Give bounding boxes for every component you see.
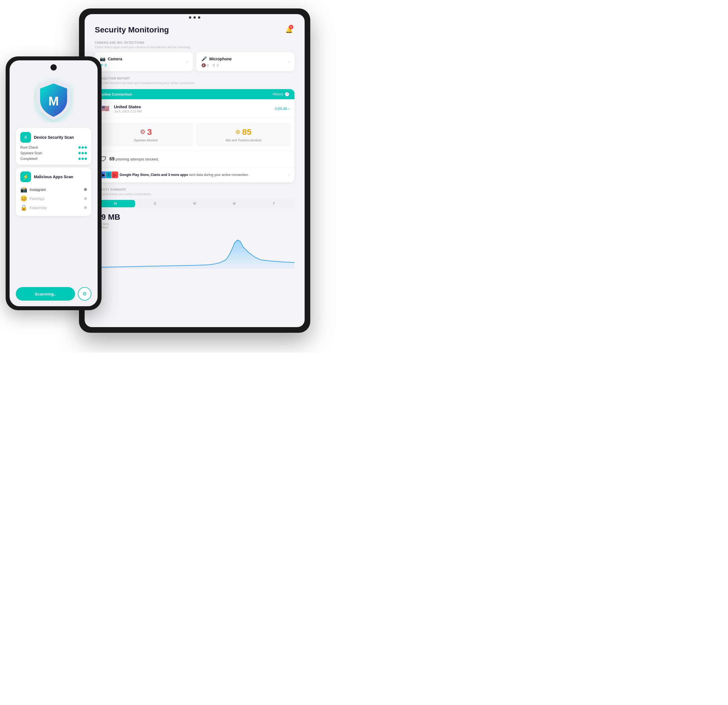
scanning-button[interactable]: Scanning.. xyxy=(16,287,75,300)
shield-container: M xyxy=(31,77,76,122)
svg-text:M: M xyxy=(49,94,59,108)
apps-chevron-icon: › xyxy=(288,173,289,177)
phone-content: M # Device Security Scan Root Check xyxy=(10,60,98,306)
scan-card-rows: Root Check Spyware Scan xyxy=(20,146,87,161)
security-scan-icon: # xyxy=(20,132,31,143)
spyware-count: 3 xyxy=(147,127,152,137)
page-title: Security Monitoring xyxy=(95,25,169,35)
tab-m[interactable]: M xyxy=(214,200,254,207)
malicious-title: Malicious Apps Scan xyxy=(34,175,73,179)
apps-row[interactable]: ▶ C ▷ Google Play Store, Clario and 3 mo… xyxy=(95,167,295,182)
ads-stat-card: ⊕ 85 Ads and Trackers blocked xyxy=(196,123,291,146)
spyware-icon: ⚙ xyxy=(140,128,146,136)
data-sent-label: Data Sent Last Hour xyxy=(95,222,295,229)
ads-label: Ads and Trackers blocked xyxy=(226,139,261,142)
faceapp-left: 😊 FaceApp xyxy=(20,195,44,202)
malicious-apps-scan-card: ⚡ Malicious Apps Scan 📸 Instagram 😊 Face… xyxy=(16,168,91,216)
conn-date: Jul 6, 2023 2:22 PM xyxy=(114,110,142,113)
apps-text: Google Play Store, Clario and 3 more app… xyxy=(120,172,249,178)
scan-row-completed: Completed! xyxy=(20,157,87,161)
camera-mic-row: 📷 Camera 👁 5 › 🎤 xyxy=(95,52,295,71)
faceapp-name: FaceApp xyxy=(30,196,44,201)
spyware-dot-3 xyxy=(85,152,87,154)
ads-number-row: ⊕ 85 xyxy=(235,127,251,137)
root-check-label: Root Check xyxy=(20,146,38,149)
malicious-scan-icon: ⚡ xyxy=(20,172,31,182)
settings-gear-icon: ⚙ xyxy=(82,291,87,297)
camera-name: 📷 Camera xyxy=(100,56,122,62)
instagram-left: 📸 Instagram xyxy=(20,186,46,193)
conn-loc-info: United States Jul 6, 2023 2:22 PM xyxy=(114,104,142,113)
root-dot-3 xyxy=(85,146,87,149)
camera-mic-section-sublabel: Check which apps used your camera or mic… xyxy=(95,45,295,49)
scan-row-root: Root Check xyxy=(20,146,87,149)
apps-left: ▶ C ▷ Google Play Store, Clario and 3 mo… xyxy=(100,171,249,179)
tab-d[interactable]: D xyxy=(135,200,175,207)
spyware-scan-label: Spyware Scan xyxy=(20,151,42,155)
camera-chevron-icon: › xyxy=(186,59,188,64)
mic-chevron-icon: › xyxy=(288,59,289,64)
history-icon: 🕐 xyxy=(285,92,289,97)
tab-y[interactable]: Y xyxy=(254,200,294,207)
mic-muted-icon: 🔇 xyxy=(201,63,206,67)
settings-button[interactable]: ⚙ xyxy=(78,287,91,300)
mic-active-icon: 🎙 xyxy=(212,63,216,67)
security-scan-title: Device Security Scan xyxy=(34,135,74,140)
activity-tabs: H D W M Y xyxy=(95,199,295,208)
malicious-header: ⚡ Malicious Apps Scan xyxy=(20,172,87,182)
completed-dots xyxy=(78,157,87,160)
instagram-app-row: 📸 Instagram xyxy=(20,185,87,194)
phone-device: M # Device Security Scan Root Check xyxy=(6,56,101,310)
instagram-icon: 📸 xyxy=(20,186,27,193)
faceapp-dot xyxy=(84,197,87,200)
tablet-header: Security Monitoring 🔔 2 xyxy=(95,24,295,36)
tab-w[interactable]: W xyxy=(175,200,214,207)
chart-area xyxy=(95,233,295,270)
conn-loc-left: 🇺🇸 United States Jul 6, 2023 2:22 PM xyxy=(100,103,142,114)
connection-section-sublabel: Check the domains blocked and contacted … xyxy=(95,81,295,85)
mic-active-count: 🎙 0 xyxy=(212,63,219,67)
camera-left: 📷 Camera 👁 5 xyxy=(100,56,122,67)
ads-count: 85 xyxy=(242,127,251,137)
phishing-row: 🛡 69 phishing attempts blocked. xyxy=(95,151,295,167)
completed-label: Completed! xyxy=(20,157,38,161)
youtube-icon: ▷ xyxy=(111,171,118,179)
ads-icon: ⊕ xyxy=(235,128,240,136)
data-sent-value: 1.9 MB xyxy=(95,212,295,222)
tablet-screen: Security Monitoring 🔔 2 CAMERA AND MIC D… xyxy=(85,14,305,327)
microphone-card[interactable]: 🎤 Microphone 🔇 8 🎙 0 xyxy=(196,52,295,71)
spyware-stat-card: ⚙ 3 Spyware blocked xyxy=(98,123,194,146)
shield-logo: M xyxy=(31,77,76,122)
phone-bottom-row: Scanning.. ⚙ xyxy=(16,287,91,300)
active-conn-title: Active Connection xyxy=(100,92,132,97)
tablet-camera-bar xyxy=(189,16,200,19)
phone-notch xyxy=(51,64,57,71)
connection-location-row: 🇺🇸 United States Jul 6, 2023 2:22 PM 0:0… xyxy=(95,99,295,118)
spyware-dot-2 xyxy=(81,152,84,154)
spyware-dot-1 xyxy=(78,152,81,154)
spyware-number-row: ⚙ 3 xyxy=(140,127,152,137)
mic-muted-count: 🔇 8 xyxy=(201,63,209,67)
completed-dot-3 xyxy=(85,157,87,160)
conn-country: United States xyxy=(114,104,142,109)
notification-button[interactable]: 🔔 2 xyxy=(283,24,295,36)
tab-h[interactable]: H xyxy=(95,200,135,207)
scan-card-header: # Device Security Scan xyxy=(20,132,87,143)
completed-dot-2 xyxy=(81,157,84,160)
chart-fill xyxy=(95,240,295,268)
kaspersky-left: 🔒 Kaspersky xyxy=(20,204,47,211)
camera-mic-section-label: CAMERA AND MIC DETECTIONS xyxy=(95,41,295,44)
activity-chart xyxy=(95,233,295,270)
camera-card[interactable]: 📷 Camera 👁 5 › xyxy=(95,52,193,71)
kaspersky-name: Kaspersky xyxy=(30,205,47,210)
instagram-dot xyxy=(84,188,87,191)
connection-section-label: CONNECTION REPORT xyxy=(95,77,295,80)
mic-counts: 🔇 8 🎙 0 xyxy=(201,63,231,67)
mic-icon: 🎤 xyxy=(201,56,207,62)
tablet-content: Security Monitoring 🔔 2 CAMERA AND MIC D… xyxy=(85,14,305,327)
mic-name: 🎤 Microphone xyxy=(201,56,231,62)
history-button[interactable]: History 🕐 xyxy=(273,92,289,97)
spyware-scan-dots xyxy=(78,152,87,154)
root-dot-1 xyxy=(78,146,81,149)
phishing-text: 69 phishing attempts blocked. xyxy=(110,156,159,162)
